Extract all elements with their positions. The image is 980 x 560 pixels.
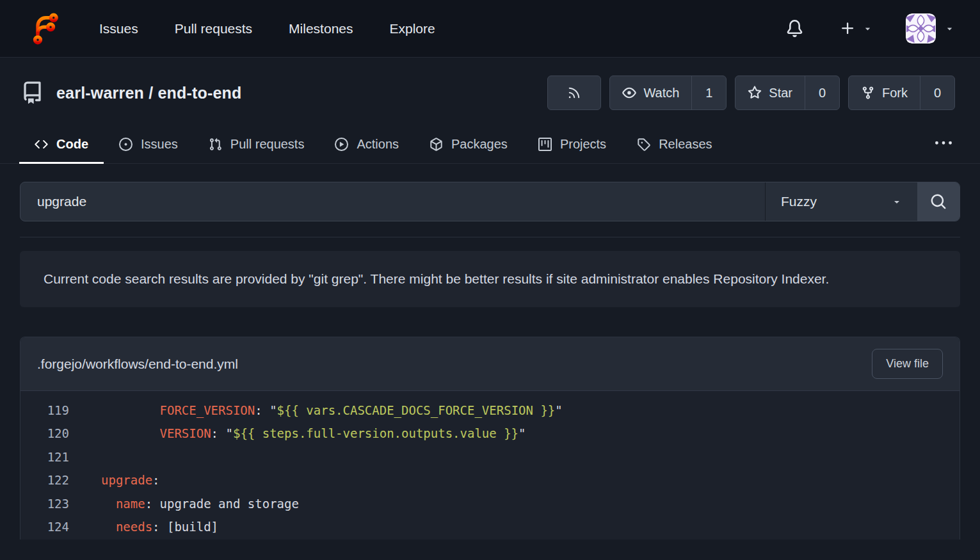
repo-actions: Watch1Star0Fork0 [547, 76, 955, 110]
repo-title: earl-warren / end-to-end [21, 81, 242, 105]
watch-button-main[interactable]: Watch [610, 76, 691, 109]
pull-request-icon [209, 138, 222, 151]
code-text: name: upgrade and storage [101, 492, 299, 515]
fork-button-main[interactable]: Fork [849, 76, 920, 109]
user-menu[interactable] [906, 13, 954, 44]
star-button[interactable]: Star0 [735, 76, 840, 110]
star-button-main[interactable]: Star [735, 76, 805, 109]
nav-link-milestones[interactable]: Milestones [289, 21, 353, 36]
code-line: 119 FORCE_VERSION: "${{ vars.CASCADE_DOC… [20, 399, 960, 422]
eye-icon [622, 86, 636, 100]
code-line: 124 needs: [build] [20, 515, 960, 538]
result-file-header: .forgejo/workflows/end-to-end.yml View f… [20, 337, 960, 391]
fork-label: Fork [882, 86, 908, 100]
line-number[interactable]: 124 [20, 515, 69, 538]
code-line: 123 name: upgrade and storage [20, 492, 960, 515]
divider [20, 237, 960, 237]
tab-code[interactable]: Code [19, 127, 104, 164]
avatar [906, 13, 936, 44]
nav-right [786, 13, 954, 44]
fork-icon [861, 86, 875, 100]
search-notice: Current code search results are provided… [20, 251, 960, 307]
tab-pull-requests[interactable]: Pull requests [193, 127, 320, 164]
tab-label: Releases [659, 137, 712, 152]
code-text: needs: [build] [101, 515, 218, 538]
search-mode-dropdown[interactable]: Fuzzy [765, 182, 917, 221]
code-line: 120 VERSION: "${{ steps.full-version.out… [20, 422, 960, 445]
code-text: upgrade: [101, 468, 160, 492]
issue-icon [119, 138, 133, 151]
plus-icon [840, 20, 856, 36]
code-text: VERSION: "${{ steps.full-version.outputs… [101, 422, 526, 445]
tab-label: Projects [560, 137, 606, 152]
project-icon [538, 138, 552, 151]
fork-count[interactable]: 0 [920, 76, 954, 109]
nav-link-pull-requests[interactable]: Pull requests [175, 21, 252, 36]
tab-label: Pull requests [230, 137, 305, 152]
tab-issues[interactable]: Issues [104, 127, 193, 164]
line-number[interactable]: 121 [20, 445, 69, 468]
star-icon [748, 86, 762, 100]
repo-header: earl-warren / end-to-end Watch1Star0Fork… [0, 58, 980, 110]
rss-button-main[interactable] [548, 76, 600, 109]
code-icon [35, 138, 48, 151]
code-search-section: Fuzzy [0, 164, 980, 221]
search-bar: Fuzzy [20, 182, 960, 221]
tab-label: Code [56, 137, 88, 152]
main-nav-links: IssuesPull requestsMilestonesExplore [99, 21, 472, 36]
search-icon [930, 193, 947, 210]
play-icon [335, 138, 348, 151]
code-text: FORCE_VERSION: "${{ vars.CASCADE_DOCS_FO… [101, 399, 563, 422]
tab-label: Issues [141, 137, 178, 152]
view-file-button[interactable]: View file [872, 349, 943, 379]
watch-count[interactable]: 1 [691, 76, 726, 109]
search-result-card: .forgejo/workflows/end-to-end.yml View f… [20, 337, 960, 540]
line-number[interactable]: 122 [20, 468, 69, 492]
result-file-path[interactable]: .forgejo/workflows/end-to-end.yml [37, 356, 238, 372]
search-input[interactable] [20, 182, 765, 221]
tab-releases[interactable]: Releases [622, 127, 727, 164]
rss-button[interactable] [547, 76, 601, 110]
tab-packages[interactable]: Packages [414, 127, 523, 164]
watch-label: Watch [643, 86, 679, 100]
fork-button[interactable]: Fork0 [848, 76, 955, 110]
package-icon [430, 138, 443, 151]
tab-label: Actions [357, 137, 399, 152]
chevron-down-icon [892, 196, 902, 207]
top-navigation: IssuesPull requestsMilestonesExplore [0, 0, 980, 58]
repo-name[interactable]: earl-warren / end-to-end [56, 84, 242, 102]
line-number[interactable]: 120 [20, 422, 69, 445]
nav-link-explore[interactable]: Explore [390, 21, 435, 36]
tab-projects[interactable]: Projects [523, 127, 622, 164]
code-line: 121 [20, 445, 960, 468]
chevron-down-icon [863, 24, 872, 33]
tab-label: Packages [451, 137, 508, 152]
create-new-menu[interactable] [840, 20, 872, 36]
line-number[interactable]: 123 [20, 492, 69, 515]
watch-button[interactable]: Watch1 [609, 76, 727, 110]
notifications-bell-icon[interactable] [786, 20, 803, 37]
code-line: 122upgrade: [20, 468, 960, 492]
star-count[interactable]: 0 [805, 76, 839, 109]
rss-icon [567, 86, 581, 100]
code-snippet: 119 FORCE_VERSION: "${{ vars.CASCADE_DOC… [20, 391, 960, 540]
repo-book-icon [21, 81, 44, 105]
line-number[interactable]: 119 [20, 399, 69, 422]
search-button[interactable] [917, 182, 960, 221]
tag-icon [637, 138, 650, 151]
nav-link-issues[interactable]: Issues [99, 21, 138, 36]
repo-tabs: CodeIssuesPull requestsActionsPackagesPr… [0, 127, 980, 164]
chevron-down-icon [945, 24, 954, 33]
star-label: Star [769, 86, 792, 100]
forgejo-logo-icon[interactable] [29, 10, 65, 47]
more-tabs-kebab-icon[interactable] [926, 135, 961, 163]
search-mode-label: Fuzzy [781, 194, 817, 209]
tab-actions[interactable]: Actions [319, 127, 414, 164]
